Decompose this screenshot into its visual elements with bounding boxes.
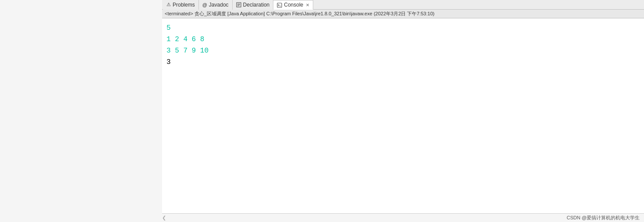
status-bar: <terminated> 贪心_区域调度 [Java Application] … bbox=[162, 10, 644, 18]
tab-bar: ⚠ Problems @ Javadoc Declaration bbox=[162, 0, 644, 10]
watermark-text: CSDN @爱搞计算机的机电大学生 bbox=[567, 215, 640, 221]
tab-declaration[interactable]: Declaration bbox=[233, 0, 274, 10]
tab-problems-label: Problems bbox=[173, 2, 195, 8]
output-line-3: 3 5 7 9 10 bbox=[166, 46, 640, 56]
tab-declaration-label: Declaration bbox=[243, 2, 270, 8]
left-panel bbox=[0, 0, 162, 222]
layout-wrapper: ⚠ Problems @ Javadoc Declaration bbox=[0, 0, 644, 222]
tab-console[interactable]: Console ✕ bbox=[273, 0, 313, 10]
main-area: ⚠ Problems @ Javadoc Declaration bbox=[162, 0, 644, 222]
status-text: <terminated> 贪心_区域调度 [Java Application] … bbox=[165, 11, 435, 17]
bottom-bar: ❮ CSDN @爱搞计算机的机电大学生 bbox=[162, 213, 644, 222]
tab-javadoc[interactable]: @ Javadoc bbox=[199, 0, 233, 10]
console-icon bbox=[277, 2, 282, 7]
output-line-2: 1 2 4 6 8 bbox=[166, 34, 640, 45]
output-line-1: 5 bbox=[166, 23, 640, 33]
declaration-icon bbox=[236, 2, 241, 7]
console-output: 5 1 2 4 6 8 3 5 7 9 10 3 bbox=[162, 18, 644, 213]
tab-problems[interactable]: ⚠ Problems bbox=[163, 0, 199, 10]
problems-icon: ⚠ bbox=[166, 2, 171, 7]
output-line-4: 3 bbox=[166, 57, 640, 67]
javadoc-icon: @ bbox=[202, 2, 207, 7]
svg-rect-4 bbox=[277, 3, 282, 7]
tab-console-label: Console bbox=[284, 2, 303, 8]
tab-javadoc-label: Javadoc bbox=[209, 2, 229, 8]
tab-console-close[interactable]: ✕ bbox=[306, 3, 309, 7]
scroll-left-icon[interactable]: ❮ bbox=[162, 215, 166, 221]
